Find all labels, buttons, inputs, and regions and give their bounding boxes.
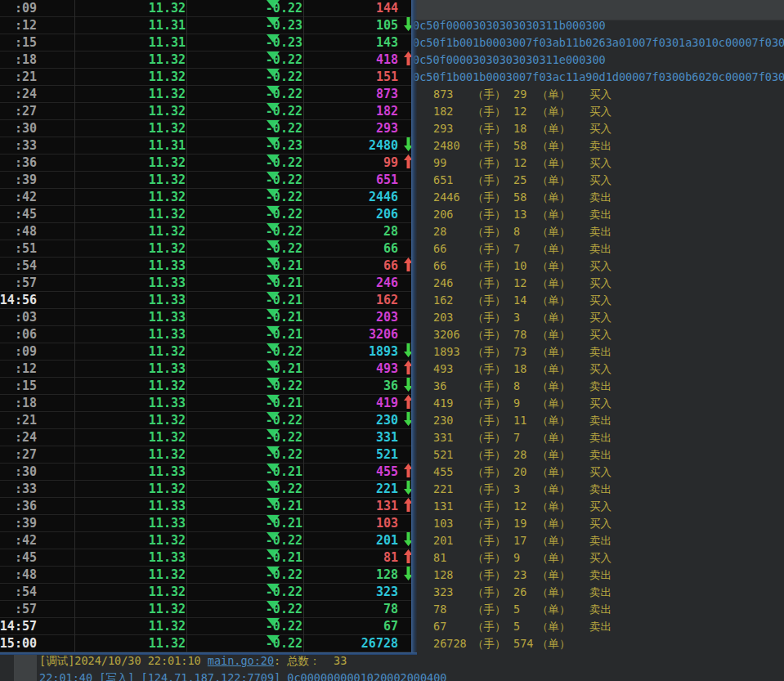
trade-volume: 28	[433, 223, 446, 240]
order-count: 8	[513, 378, 520, 395]
order-count: 9	[513, 395, 520, 412]
volume-cell: 323	[376, 584, 398, 600]
volume-cell: 151	[376, 69, 398, 85]
volume-cell: 162	[376, 292, 398, 308]
direction-label: 买入	[589, 395, 612, 412]
price-cell: 11.33	[149, 515, 186, 531]
tick-arrow-icon	[404, 618, 411, 634]
order-count: 73	[513, 343, 526, 361]
price-cell: 11.31	[149, 34, 186, 51]
price-cell: 11.32	[149, 412, 186, 428]
tape-row: 14:56 11.33 -0.21 162	[0, 292, 411, 309]
price-cell: 11.32	[149, 429, 186, 446]
time-cell: :18	[15, 52, 37, 68]
console-toolbar	[412, 0, 784, 20]
time-cell: :12	[15, 17, 37, 34]
trade-volume: 36	[433, 378, 446, 395]
direction-label: 卖出	[589, 618, 612, 635]
trade-volume: 201	[433, 532, 453, 549]
lots-label: （手）	[473, 343, 506, 361]
tape-row: :45 11.33 -0.21 81	[0, 549, 411, 567]
order-count: 7	[513, 240, 520, 258]
lots-label: （手）	[473, 378, 506, 395]
volume-cell: 103	[376, 515, 398, 531]
tick-arrow-icon	[404, 309, 411, 325]
lots-label: （手）	[473, 635, 506, 652]
time-cell: :27	[15, 446, 37, 463]
tick-arrow-icon	[404, 103, 411, 119]
tape-row: :18 11.33 -0.21 419	[0, 395, 411, 412]
order-count: 78	[513, 326, 526, 343]
price-cell: 11.32	[149, 446, 186, 463]
volume-cell: 206	[376, 206, 398, 222]
time-cell: :09	[15, 343, 37, 360]
order-count: 5	[513, 618, 520, 635]
tape-row: :30 11.33 -0.21 455	[0, 464, 411, 481]
lots-label: （手）	[473, 498, 506, 515]
change-cell: -0.22	[266, 412, 302, 428]
volume-cell: 131	[376, 498, 398, 514]
tape-row: :36 11.32 -0.22 99	[0, 155, 411, 172]
price-cell: 11.31	[149, 137, 186, 154]
change-cell: -0.21	[266, 361, 302, 377]
lots-label: （手）	[473, 275, 506, 292]
tick-arrow-icon	[404, 69, 411, 85]
lots-label: （手）	[473, 223, 506, 240]
unit-label: （单）	[537, 155, 571, 172]
unit-label: （单）	[537, 481, 571, 498]
time-cell: :39	[15, 515, 37, 531]
window-border-right	[411, 0, 417, 655]
volume-cell: 36	[383, 378, 398, 394]
trade-volume: 2446	[433, 189, 460, 206]
unit-label: （单）	[537, 584, 571, 601]
direction-label: 买入	[589, 361, 612, 378]
time-cell: :51	[15, 240, 37, 257]
price-cell: 11.33	[149, 309, 186, 325]
tape-row: :57 11.32 -0.22 78	[0, 601, 411, 618]
time-cell: :33	[15, 137, 37, 154]
trade-volume: 99	[433, 155, 446, 172]
direction-label: 卖出	[589, 137, 612, 155]
change-cell: -0.22	[266, 429, 302, 446]
price-cell: 11.32	[149, 240, 186, 257]
window-border-bottom	[0, 652, 417, 655]
change-cell: -0.22	[266, 189, 302, 205]
unit-label: （单）	[537, 498, 571, 515]
volume-cell: 67	[383, 618, 398, 634]
order-count: 3	[513, 309, 520, 326]
volume-cell: 419	[376, 395, 398, 411]
tape-row: :48 11.32 -0.22 128	[0, 567, 411, 584]
source-link[interactable]: main.go:20	[208, 654, 274, 667]
trade-volume: 873	[433, 86, 453, 103]
tick-arrow-icon	[404, 223, 411, 240]
trade-volume: 78	[433, 601, 446, 618]
tape-row: :21 11.32 -0.22 230	[0, 412, 411, 429]
order-count: 29	[513, 86, 526, 103]
order-count: 5	[513, 601, 520, 618]
trade-volume: 26728	[433, 635, 467, 652]
console-gutter	[14, 655, 37, 681]
order-count: 20	[513, 464, 526, 481]
unit-label: （单）	[537, 446, 571, 464]
direction-label: 买入	[589, 515, 612, 532]
change-cell: -0.21	[266, 515, 302, 531]
direction-label: 卖出	[589, 189, 612, 206]
price-cell: 11.33	[149, 549, 186, 566]
order-count: 12	[513, 155, 526, 172]
price-cell: 11.32	[149, 343, 186, 360]
unit-label: （单）	[537, 223, 571, 240]
console-write-line: 22:01:40 [写入] [124.71.187.122:7709] 0c00…	[39, 670, 446, 681]
direction-label: 卖出	[589, 601, 612, 618]
direction-label: 卖出	[589, 532, 612, 549]
volume-cell: 182	[376, 103, 398, 119]
volume-cell: 143	[376, 34, 398, 51]
trade-volume: 323	[433, 584, 453, 601]
tick-arrow-icon	[404, 292, 411, 308]
time-cell: :45	[15, 206, 37, 222]
change-cell: -0.22	[266, 120, 302, 137]
time-cell: :27	[15, 103, 37, 119]
price-cell: 11.32	[149, 69, 186, 85]
time-cell: 15:00	[0, 635, 37, 652]
unit-label: （单）	[537, 292, 571, 309]
unit-label: （单）	[537, 326, 571, 343]
